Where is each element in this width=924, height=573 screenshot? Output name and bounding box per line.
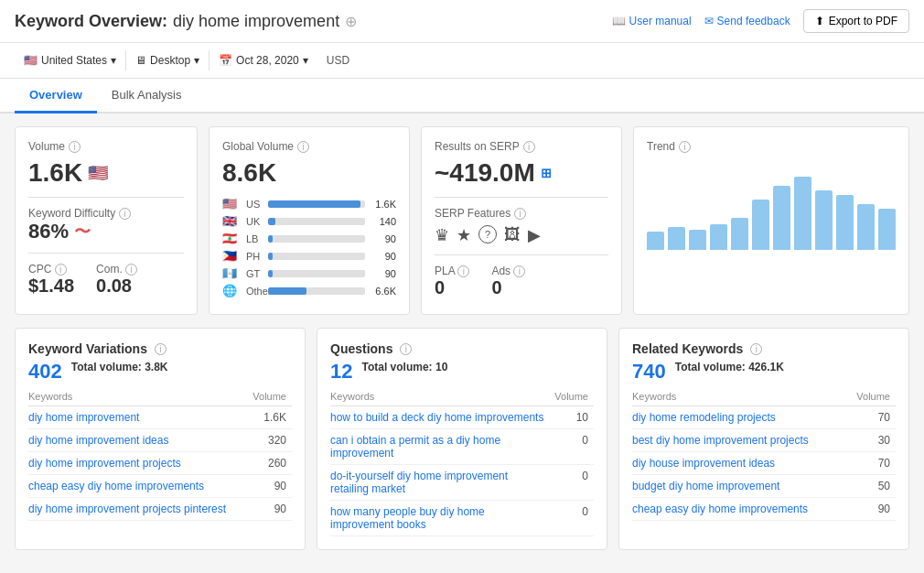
country-volume: 90 [371,268,396,279]
keyword-cell: cheap easy diy home improvements [28,475,250,498]
table-row: diy home improvement projects 260 [28,452,292,475]
q-meta: Total volume: 10 [361,361,447,373]
country-bar-row: 🇺🇸 US 1.6K [222,197,396,211]
keyword-cell: how many people buy diy home improvement… [330,501,554,536]
kv-info-icon[interactable]: i [155,343,167,355]
book-icon: 📖 [612,15,626,27]
keyword-link[interactable]: do-it-yourself diy home improvement reta… [330,470,508,495]
related-keywords-header: Related Keywords i [632,341,896,356]
send-feedback-link[interactable]: ✉ Send feedback [704,15,790,27]
country-bar-row: 🇬🇹 GT 90 [222,266,396,280]
table-row: diy home remodeling projects 70 [632,406,896,429]
country-code: Other [246,286,263,297]
pla-info-icon[interactable]: i [457,265,469,277]
user-manual-link[interactable]: 📖 User manual [612,15,692,27]
ads-info-icon[interactable]: i [513,265,525,277]
trend-info-icon[interactable]: i [679,141,691,153]
keyword-name: diy home improvement [173,12,339,31]
us-flag-icon: 🇺🇸 [88,163,108,183]
crown-icon: ♛ [435,225,449,245]
table-row: diy home improvement 1.6K [28,406,292,429]
q-table: Keywords Volume how to build a deck diy … [330,387,594,536]
volume-value: 1.6K 🇺🇸 [28,158,184,188]
keyword-link[interactable]: how many people buy diy home improvement… [330,505,485,531]
top-bar: Keyword Overview: diy home improvement ⊕… [0,0,924,43]
keyword-cell: best diy home improvement projects [632,429,849,452]
keyword-link[interactable]: best diy home improvement projects [632,434,809,447]
kv-meta: Total volume: 3.8K [71,361,168,373]
keyword-link[interactable]: budget diy home improvement [632,480,779,492]
bar-track [268,253,365,260]
bar-fill [268,253,273,260]
volume-info-icon[interactable]: i [69,141,81,153]
device-filter[interactable]: 🖥 Desktop ▾ [126,50,210,70]
keyword-link[interactable]: cheap easy diy home improvements [28,480,204,492]
star-icon: ★ [457,225,471,245]
bar-track [268,218,365,225]
serp-grid-icon[interactable]: ⊞ [541,166,552,180]
tabs-bar: Overview Bulk Analysis [0,79,924,114]
keyword-link[interactable]: diy home improvement ideas [28,434,168,447]
keyword-link[interactable]: diy home improvement projects [28,457,181,470]
trend-bar [689,230,706,250]
serp-info-icon[interactable]: i [523,141,535,153]
keyword-link[interactable]: diy home improvement projects pinterest [28,503,226,515]
keyword-link[interactable]: can i obtain a permit as a diy home impr… [330,434,500,459]
serp-value: ~419.0M ⊞ [435,158,608,188]
bar-track [268,270,365,277]
country-code: UK [246,216,263,227]
keyword-cell: diy home improvement projects pinterest [28,498,250,521]
global-volume-info-icon[interactable]: i [297,141,309,153]
country-volume: 140 [371,216,396,227]
keyword-link[interactable]: diy home remodeling projects [632,411,776,424]
video-icon: ▶ [528,225,541,245]
country-bar-row: 🇵🇭 PH 90 [222,249,396,263]
keyword-link[interactable]: diy house improvement ideas [632,457,775,470]
com-info-icon[interactable]: i [125,264,137,276]
bar-fill [268,235,273,243]
volume-card: Volume i 1.6K 🇺🇸 Keyword Difficulty i 86… [15,126,198,315]
serp-label: Results on SERP i [435,140,608,153]
table-row: how to build a deck diy home improvement… [330,406,594,429]
global-volume-label: Global Volume i [222,140,396,153]
keyword-link[interactable]: how to build a deck diy home improvement… [330,411,543,424]
table-row: do-it-yourself diy home improvement reta… [330,465,594,501]
volume-cell: 70 [849,452,896,475]
country-flag-icon: 🇬🇹 [222,266,241,280]
rk-table: Keywords Volume diy home remodeling proj… [632,387,896,521]
global-volume-card: Global Volume i 8.6K 🇺🇸 US 1.6K 🇬🇧 UK 14… [209,126,410,315]
keyword-cell: diy home improvement [28,406,250,429]
us-flag-icon: 🇺🇸 [24,54,38,67]
title-area: Keyword Overview: diy home improvement ⊕ [15,12,357,31]
kv-count: 402 [28,360,62,384]
keyword-link[interactable]: cheap easy diy home improvements [632,503,808,515]
country-filter[interactable]: 🇺🇸 United States ▾ [15,50,126,70]
bar-track [268,287,365,295]
volume-cell: 0 [554,429,594,465]
difficulty-info-icon[interactable]: i [119,208,131,220]
country-flag-icon: 🇵🇭 [222,249,241,263]
country-volume: 90 [371,251,396,262]
tab-overview[interactable]: Overview [15,79,97,114]
keyword-link[interactable]: diy home improvement [28,411,139,424]
bottom-row: Keyword Variations i 402 Total volume: 3… [15,328,909,550]
currency-label: USD [317,50,359,70]
rk-info-icon[interactable]: i [750,343,762,355]
add-keyword-icon[interactable]: ⊕ [345,13,357,30]
serp-features-info-icon[interactable]: i [514,208,526,220]
table-row: cheap easy diy home improvements 90 [632,498,896,521]
q-info-icon[interactable]: i [400,343,412,355]
desktop-icon: 🖥 [135,54,146,67]
ads-metric: Ads i 0 [491,265,525,298]
keyword-cell: cheap easy diy home improvements [632,498,849,521]
bar-fill [268,287,306,295]
questions-header: Questions i [330,341,594,356]
tab-bulk-analysis[interactable]: Bulk Analysis [97,79,197,114]
date-filter[interactable]: 📅 Oct 28, 2020 ▾ [210,50,317,70]
keyword-cell: budget diy home improvement [632,475,849,498]
cpc-info-icon[interactable]: i [55,264,67,276]
export-button[interactable]: ⬆ Export to PDF [803,9,909,33]
calendar-icon: 📅 [219,54,232,67]
keyword-cell: diy home remodeling projects [632,406,849,429]
volume-cell: 90 [250,498,292,521]
